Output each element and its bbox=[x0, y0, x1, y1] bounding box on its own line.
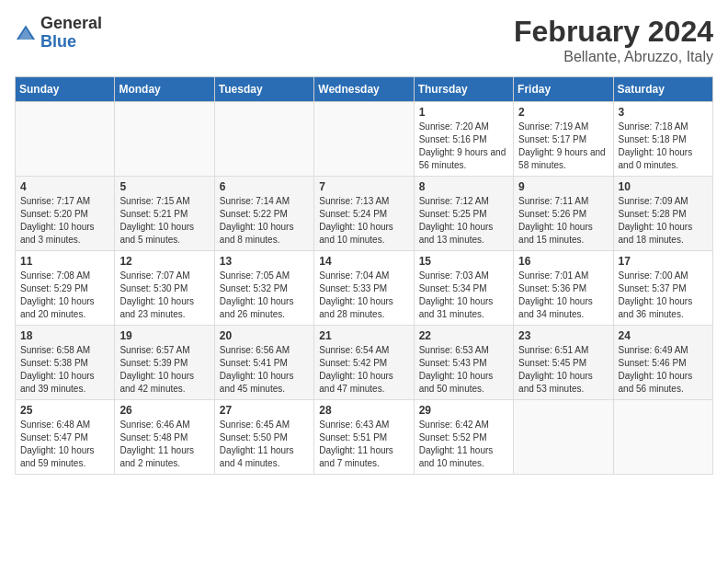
day-info: Sunrise: 6:48 AM Sunset: 5:47 PM Dayligh… bbox=[20, 419, 109, 470]
day-number: 19 bbox=[119, 329, 209, 342]
day-info: Sunrise: 7:15 AM Sunset: 5:21 PM Dayligh… bbox=[119, 195, 209, 247]
calendar-cell: 14Sunrise: 7:04 AM Sunset: 5:33 PM Dayli… bbox=[314, 251, 414, 326]
day-info: Sunrise: 7:00 AM Sunset: 5:37 PM Dayligh… bbox=[619, 270, 708, 321]
calendar-cell: 29Sunrise: 6:42 AM Sunset: 5:52 PM Dayli… bbox=[414, 400, 513, 475]
day-number: 22 bbox=[419, 329, 508, 342]
day-number: 25 bbox=[20, 404, 109, 417]
day-info: Sunrise: 7:04 AM Sunset: 5:33 PM Dayligh… bbox=[319, 270, 408, 321]
day-number: 21 bbox=[319, 329, 408, 342]
calendar-cell: 19Sunrise: 6:57 AM Sunset: 5:39 PM Dayli… bbox=[115, 326, 214, 400]
day-info: Sunrise: 6:53 AM Sunset: 5:43 PM Dayligh… bbox=[419, 344, 508, 396]
weekday-header-wednesday: Wednesday bbox=[314, 77, 414, 102]
calendar-cell: 4Sunrise: 7:17 AM Sunset: 5:20 PM Daylig… bbox=[16, 177, 115, 251]
calendar-cell: 12Sunrise: 7:07 AM Sunset: 5:30 PM Dayli… bbox=[115, 251, 214, 326]
day-info: Sunrise: 7:11 AM Sunset: 5:26 PM Dayligh… bbox=[518, 195, 608, 247]
page-header: General Blue February 2024 Bellante, Abr… bbox=[15, 15, 713, 65]
calendar-cell bbox=[16, 102, 115, 177]
day-number: 2 bbox=[518, 106, 608, 119]
weekday-header-monday: Monday bbox=[115, 77, 214, 102]
day-number: 10 bbox=[619, 180, 708, 193]
day-number: 27 bbox=[220, 404, 309, 417]
day-info: Sunrise: 7:13 AM Sunset: 5:24 PM Dayligh… bbox=[319, 195, 408, 247]
day-number: 3 bbox=[619, 106, 708, 119]
calendar-cell: 21Sunrise: 6:54 AM Sunset: 5:42 PM Dayli… bbox=[314, 326, 414, 400]
day-number: 5 bbox=[119, 180, 209, 193]
day-number: 14 bbox=[319, 255, 408, 268]
day-number: 18 bbox=[20, 329, 109, 342]
calendar-cell bbox=[115, 102, 214, 177]
calendar-week-3: 11Sunrise: 7:08 AM Sunset: 5:29 PM Dayli… bbox=[16, 251, 713, 326]
day-number: 20 bbox=[220, 329, 309, 342]
day-info: Sunrise: 6:54 AM Sunset: 5:42 PM Dayligh… bbox=[319, 344, 408, 396]
day-number: 7 bbox=[319, 180, 408, 193]
calendar-table: SundayMondayTuesdayWednesdayThursdayFrid… bbox=[15, 76, 713, 475]
weekday-header-friday: Friday bbox=[514, 77, 613, 102]
day-info: Sunrise: 7:14 AM Sunset: 5:22 PM Dayligh… bbox=[220, 195, 309, 247]
calendar-cell bbox=[314, 102, 414, 177]
calendar-cell: 27Sunrise: 6:45 AM Sunset: 5:50 PM Dayli… bbox=[214, 400, 313, 475]
day-info: Sunrise: 6:43 AM Sunset: 5:51 PM Dayligh… bbox=[319, 419, 408, 470]
day-number: 12 bbox=[119, 255, 209, 268]
calendar-week-2: 4Sunrise: 7:17 AM Sunset: 5:20 PM Daylig… bbox=[16, 177, 713, 251]
day-info: Sunrise: 6:49 AM Sunset: 5:46 PM Dayligh… bbox=[619, 344, 708, 396]
day-info: Sunrise: 6:56 AM Sunset: 5:41 PM Dayligh… bbox=[220, 344, 309, 396]
calendar-cell: 6Sunrise: 7:14 AM Sunset: 5:22 PM Daylig… bbox=[214, 177, 313, 251]
calendar-cell: 9Sunrise: 7:11 AM Sunset: 5:26 PM Daylig… bbox=[514, 177, 613, 251]
day-info: Sunrise: 7:20 AM Sunset: 5:16 PM Dayligh… bbox=[419, 121, 508, 172]
day-info: Sunrise: 7:12 AM Sunset: 5:25 PM Dayligh… bbox=[419, 195, 508, 247]
logo-general: General bbox=[40, 15, 102, 33]
calendar-cell: 16Sunrise: 7:01 AM Sunset: 5:36 PM Dayli… bbox=[514, 251, 613, 326]
day-number: 16 bbox=[518, 255, 608, 268]
day-number: 6 bbox=[220, 180, 309, 193]
calendar-cell: 26Sunrise: 6:46 AM Sunset: 5:48 PM Dayli… bbox=[115, 400, 214, 475]
weekday-header-saturday: Saturday bbox=[613, 77, 712, 102]
day-number: 9 bbox=[518, 180, 608, 193]
day-info: Sunrise: 6:45 AM Sunset: 5:50 PM Dayligh… bbox=[220, 419, 309, 470]
month-title: February 2024 bbox=[514, 15, 713, 49]
calendar-cell: 11Sunrise: 7:08 AM Sunset: 5:29 PM Dayli… bbox=[16, 251, 115, 326]
day-info: Sunrise: 7:18 AM Sunset: 5:18 PM Dayligh… bbox=[619, 121, 708, 172]
location-title: Bellante, Abruzzo, Italy bbox=[514, 49, 713, 65]
title-block: February 2024 Bellante, Abruzzo, Italy bbox=[514, 15, 713, 65]
calendar-cell: 5Sunrise: 7:15 AM Sunset: 5:21 PM Daylig… bbox=[115, 177, 214, 251]
day-info: Sunrise: 7:03 AM Sunset: 5:34 PM Dayligh… bbox=[419, 270, 508, 321]
weekday-header-row: SundayMondayTuesdayWednesdayThursdayFrid… bbox=[16, 77, 713, 102]
day-number: 24 bbox=[619, 329, 708, 342]
day-info: Sunrise: 6:42 AM Sunset: 5:52 PM Dayligh… bbox=[419, 419, 508, 470]
calendar-cell bbox=[613, 400, 712, 475]
calendar-cell: 24Sunrise: 6:49 AM Sunset: 5:46 PM Dayli… bbox=[613, 326, 712, 400]
day-number: 11 bbox=[20, 255, 109, 268]
calendar-cell: 1Sunrise: 7:20 AM Sunset: 5:16 PM Daylig… bbox=[414, 102, 513, 177]
day-info: Sunrise: 7:19 AM Sunset: 5:17 PM Dayligh… bbox=[518, 121, 608, 172]
day-number: 4 bbox=[20, 180, 109, 193]
day-info: Sunrise: 6:58 AM Sunset: 5:38 PM Dayligh… bbox=[20, 344, 109, 396]
weekday-header-sunday: Sunday bbox=[16, 77, 115, 102]
day-info: Sunrise: 6:46 AM Sunset: 5:48 PM Dayligh… bbox=[119, 419, 209, 470]
day-number: 26 bbox=[119, 404, 209, 417]
day-info: Sunrise: 7:09 AM Sunset: 5:28 PM Dayligh… bbox=[619, 195, 708, 247]
calendar-cell: 22Sunrise: 6:53 AM Sunset: 5:43 PM Dayli… bbox=[414, 326, 513, 400]
day-number: 17 bbox=[619, 255, 708, 268]
calendar-week-5: 25Sunrise: 6:48 AM Sunset: 5:47 PM Dayli… bbox=[16, 400, 713, 475]
calendar-cell: 23Sunrise: 6:51 AM Sunset: 5:45 PM Dayli… bbox=[514, 326, 613, 400]
logo: General Blue bbox=[15, 15, 102, 52]
calendar-week-1: 1Sunrise: 7:20 AM Sunset: 5:16 PM Daylig… bbox=[16, 102, 713, 177]
calendar-cell bbox=[514, 400, 613, 475]
logo-blue: Blue bbox=[40, 33, 102, 52]
calendar-cell: 8Sunrise: 7:12 AM Sunset: 5:25 PM Daylig… bbox=[414, 177, 513, 251]
calendar-cell bbox=[214, 102, 313, 177]
day-info: Sunrise: 6:57 AM Sunset: 5:39 PM Dayligh… bbox=[119, 344, 209, 396]
calendar-cell: 28Sunrise: 6:43 AM Sunset: 5:51 PM Dayli… bbox=[314, 400, 414, 475]
day-info: Sunrise: 7:07 AM Sunset: 5:30 PM Dayligh… bbox=[119, 270, 209, 321]
calendar-cell: 13Sunrise: 7:05 AM Sunset: 5:32 PM Dayli… bbox=[214, 251, 313, 326]
weekday-header-thursday: Thursday bbox=[414, 77, 513, 102]
calendar-cell: 25Sunrise: 6:48 AM Sunset: 5:47 PM Dayli… bbox=[16, 400, 115, 475]
calendar-cell: 17Sunrise: 7:00 AM Sunset: 5:37 PM Dayli… bbox=[613, 251, 712, 326]
day-number: 13 bbox=[220, 255, 309, 268]
day-number: 23 bbox=[518, 329, 608, 342]
calendar-cell: 2Sunrise: 7:19 AM Sunset: 5:17 PM Daylig… bbox=[514, 102, 613, 177]
calendar-cell: 15Sunrise: 7:03 AM Sunset: 5:34 PM Dayli… bbox=[414, 251, 513, 326]
day-number: 8 bbox=[419, 180, 508, 193]
day-number: 15 bbox=[419, 255, 508, 268]
calendar-cell: 7Sunrise: 7:13 AM Sunset: 5:24 PM Daylig… bbox=[314, 177, 414, 251]
